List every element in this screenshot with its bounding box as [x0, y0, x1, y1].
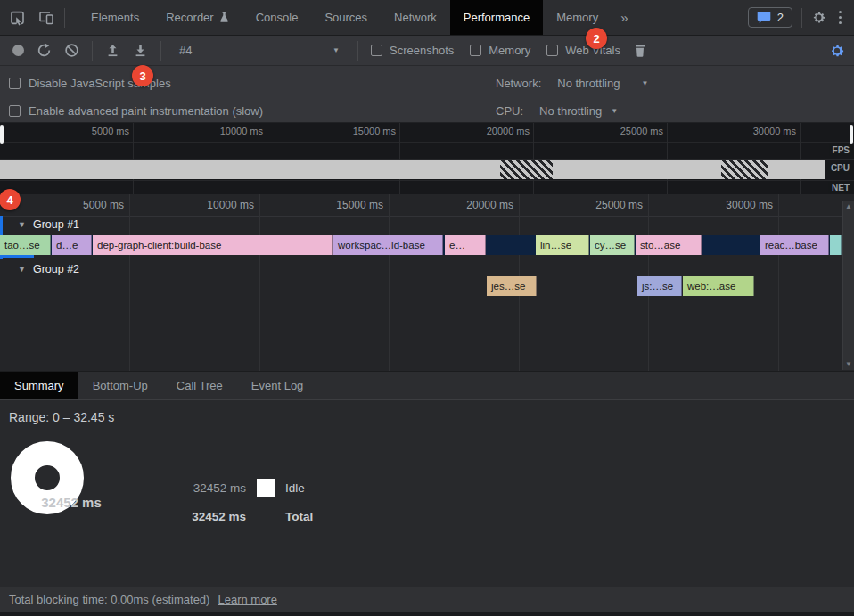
- devtools-window: ElementsRecorderConsoleSourcesNetworkPer…: [0, 0, 854, 616]
- inspect-element-icon[interactable]: [9, 9, 27, 27]
- divider: [801, 8, 802, 28]
- gridline: [667, 123, 668, 194]
- fps-lane-label: FPS: [829, 144, 853, 156]
- chevron-down-icon: ▼: [641, 79, 648, 87]
- net-lane-label: NET: [828, 182, 853, 193]
- performance-toolbar: #4 ▼ ScreenshotsMemoryWeb Vitals: [0, 36, 854, 66]
- tab-label: Memory: [556, 11, 598, 24]
- tab-summary[interactable]: Summary: [0, 372, 78, 399]
- flame-bar[interactable]: web:…ase: [683, 276, 754, 296]
- summary-legend: 32452 msIdle32452 msTotal: [182, 477, 313, 534]
- ruler-tick-label: 30000 ms: [693, 199, 773, 211]
- disable-js-samples-checkbox[interactable]: [9, 78, 21, 89]
- flame-bar[interactable]: e…: [445, 235, 486, 255]
- capture-option-screenshots: Screenshots: [371, 44, 454, 57]
- flame-bar[interactable]: cy…se: [590, 235, 635, 255]
- gridline: [778, 194, 779, 371]
- kebab-menu-icon[interactable]: [835, 11, 845, 24]
- paint-instrumentation-checkbox[interactable]: [9, 105, 21, 117]
- flame-bar[interactable]: sto…ase: [636, 235, 702, 255]
- record-button[interactable]: [12, 45, 24, 56]
- flask-icon: [219, 12, 229, 23]
- web-vitals-checkbox[interactable]: [546, 45, 558, 56]
- clear-icon[interactable]: [64, 43, 79, 58]
- vertical-scrollbar[interactable]: ▲ ▼: [842, 201, 854, 370]
- reload-and-record-icon[interactable]: [37, 43, 52, 58]
- flame-chart[interactable]: ▼ Group #1 ▼ Group #2 ▲ ▼ 5000 ms10000 m…: [0, 194, 854, 371]
- devtools-tabbar: ElementsRecorderConsoleSourcesNetworkPer…: [0, 0, 854, 36]
- gridline: [267, 123, 267, 194]
- divider: [0, 216, 854, 217]
- group2-label: Group #2: [33, 263, 79, 275]
- paint-instrumentation-label: Enable advanced paint instrumentation (s…: [29, 104, 263, 118]
- tab-network[interactable]: Network: [381, 0, 450, 35]
- issues-counter[interactable]: 2: [748, 7, 792, 28]
- legend-row: 32452 msIdle: [182, 477, 313, 498]
- tab-performance[interactable]: Performance: [450, 0, 543, 35]
- tab-bottom-up[interactable]: Bottom-Up: [78, 372, 162, 399]
- capture-option-memory: Memory: [470, 44, 530, 57]
- flame-bar[interactable]: js:…se: [637, 276, 682, 296]
- tab-label: Sources: [324, 11, 367, 24]
- more-tabs-button[interactable]: »: [612, 10, 636, 25]
- flame-bar[interactable]: lin…se: [536, 235, 589, 255]
- issues-count: 2: [777, 11, 784, 24]
- tab-event-log[interactable]: Event Log: [237, 372, 318, 399]
- ruler-tick-label: 15000 ms: [303, 199, 383, 211]
- memory-checkbox[interactable]: [470, 45, 481, 56]
- gridline: [533, 123, 534, 194]
- group2-header[interactable]: ▼ Group #2: [18, 263, 79, 275]
- tab-call-tree[interactable]: Call Tree: [162, 372, 237, 399]
- paint-instrumentation-row: Enable advanced paint instrumentation (s…: [9, 98, 263, 123]
- tab-console[interactable]: Console: [242, 0, 312, 35]
- annotation-badge-3: 3: [132, 65, 153, 86]
- tab-elements[interactable]: Elements: [78, 0, 152, 35]
- divider: [0, 142, 854, 143]
- tab-label: Elements: [91, 11, 139, 24]
- ruler-tick-label: 10000 ms: [192, 126, 263, 136]
- scroll-up-icon[interactable]: ▲: [845, 202, 852, 210]
- triangle-down-icon: ▼: [18, 265, 26, 274]
- profile-history-select[interactable]: #4 ▼: [174, 44, 345, 57]
- network-throttling-select[interactable]: No throttling: [557, 77, 620, 90]
- device-toolbar-icon[interactable]: [37, 9, 55, 27]
- flame-bar[interactable]: workspac…ld-base: [333, 235, 443, 255]
- settings-gear-icon[interactable]: [811, 10, 826, 25]
- tab-sources[interactable]: Sources: [311, 0, 381, 35]
- scroll-down-icon[interactable]: ▼: [845, 360, 852, 368]
- flame-bar[interactable]: jes…se: [487, 276, 537, 296]
- cpu-lane-label: CPU: [827, 162, 853, 174]
- legend-swatch-empty: [257, 507, 275, 525]
- screenshots-checkbox[interactable]: [371, 45, 382, 56]
- gridline: [259, 194, 260, 371]
- flame-bar[interactable]: tao…se: [0, 235, 51, 255]
- selection-marker: [0, 255, 34, 258]
- gridline: [129, 194, 130, 371]
- tab-label: Console: [256, 11, 299, 24]
- flame-bar[interactable]: [830, 235, 842, 255]
- legend-value: 32452 ms: [182, 481, 246, 495]
- timeline-overview[interactable]: FPS CPU NET 5000 ms10000 ms15000 ms20000…: [0, 123, 854, 194]
- tab-label: Recorder: [166, 11, 213, 24]
- divider: [160, 41, 161, 61]
- save-profile-icon[interactable]: [133, 43, 148, 58]
- cpu-activity-segment: [553, 160, 721, 179]
- annotation-badge-2: 2: [586, 28, 607, 49]
- flame-bar[interactable]: reac…base: [760, 235, 829, 255]
- divider: [357, 41, 358, 61]
- capture-settings-gear-icon[interactable]: [829, 43, 845, 59]
- tab-recorder[interactable]: Recorder: [152, 0, 242, 35]
- overview-left-handle[interactable]: [0, 125, 4, 144]
- group1-header[interactable]: ▼ Group #1: [18, 218, 79, 231]
- load-profile-icon[interactable]: [105, 43, 120, 58]
- cpu-throttling-select[interactable]: No throttling: [539, 104, 602, 118]
- flame-bar[interactable]: dep-graph-client:build-base: [93, 235, 333, 255]
- ruler-tick-label: 25000 ms: [562, 199, 643, 211]
- trash-icon[interactable]: [633, 43, 647, 58]
- learn-more-link[interactable]: Learn more: [218, 593, 276, 606]
- ruler-tick-label: 30000 ms: [725, 126, 796, 136]
- overview-right-handle[interactable]: [850, 125, 853, 144]
- ruler-tick-label: 20000 ms: [433, 199, 513, 211]
- flame-bar[interactable]: d…e: [52, 235, 92, 255]
- gridline: [800, 123, 801, 194]
